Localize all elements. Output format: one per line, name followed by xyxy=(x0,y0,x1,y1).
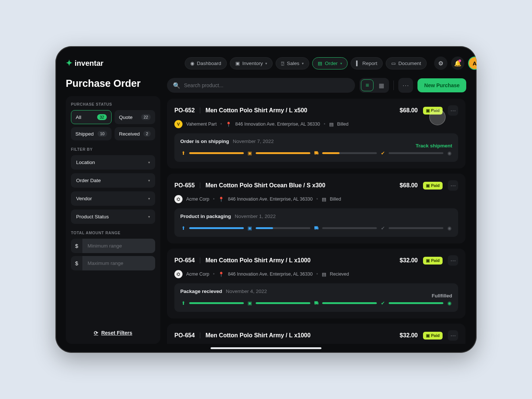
row-more-button[interactable]: ⋯ xyxy=(448,330,458,341)
vendor-name: Vahement Part xyxy=(186,122,216,127)
nav: ◉ Dashboard ▣ Inventory ▾ ⍰ Sales ▾ ▤ Or… xyxy=(185,57,427,69)
chip-count: 10 xyxy=(98,131,107,137)
grid-view-button[interactable]: ▦ xyxy=(375,79,388,91)
body: Purchase Order PURCHASE STATUS All 32 Qu… xyxy=(66,78,466,344)
check-icon: ▣ xyxy=(426,183,430,188)
more-button[interactable]: ⋯ xyxy=(398,78,413,93)
notifications-button[interactable]: 🔔 xyxy=(451,57,464,70)
step-icon: ⬆ xyxy=(180,225,186,231)
status-heading: PURCHASE STATUS xyxy=(71,102,155,106)
chart-icon: ▍ xyxy=(356,61,360,66)
pin-icon: 📍 xyxy=(218,272,224,277)
nav-sales[interactable]: ⍰ Sales ▾ xyxy=(276,57,309,69)
vendor-badge: V xyxy=(174,120,183,128)
order-id: PO-655 xyxy=(174,182,195,189)
step-icon: ⛟ xyxy=(313,225,319,231)
status-shipped[interactable]: Shipped 10 xyxy=(71,127,112,140)
divider xyxy=(200,108,200,113)
step-icon: ▣ xyxy=(247,225,253,231)
new-purchase-button[interactable]: New Purchase xyxy=(417,78,466,92)
grid-icon: ▦ xyxy=(379,82,384,89)
avatar[interactable]: A xyxy=(468,57,477,70)
nav-document[interactable]: ▭ Document xyxy=(386,57,427,69)
chevron-down-icon: ▾ xyxy=(302,61,304,65)
order-title: Men Cotton Polo Shirt Army / L x1000 xyxy=(205,332,395,339)
nav-dashboard[interactable]: ◉ Dashboard xyxy=(185,57,227,69)
order-price: $68.00 xyxy=(400,107,418,114)
nav-label: Document xyxy=(398,61,421,66)
order-title: Men Cotton Polo Shirt Army / L x500 xyxy=(205,107,395,114)
more-icon: ⋯ xyxy=(402,81,409,89)
logo-text: inventar xyxy=(75,59,103,68)
list-icon: ≡ xyxy=(366,82,369,89)
vendor-name: Acme Corp xyxy=(186,272,209,277)
row-more-button[interactable]: ⋯ xyxy=(448,180,458,191)
list-view-button[interactable]: ≡ xyxy=(361,79,374,91)
row-more-button[interactable]: ⋯ xyxy=(448,105,458,116)
nav-label: Sales xyxy=(287,61,299,66)
progress-bar xyxy=(256,227,310,229)
page-title: Purchase Order xyxy=(66,78,160,89)
home-indicator xyxy=(211,347,321,349)
ship-date: November 4, 2022 xyxy=(226,289,267,294)
chevron-down-icon: ▾ xyxy=(148,215,150,219)
min-range-row: $ xyxy=(71,239,155,253)
order-card: PO-654 Men Cotton Polo Shirt Army / L x1… xyxy=(167,249,466,318)
doc-icon: ▤ xyxy=(322,272,326,277)
step-icon: ▣ xyxy=(247,150,253,156)
search-input[interactable] xyxy=(184,82,349,88)
vendor-badge: ⌬ xyxy=(174,195,183,203)
chip-count: 22 xyxy=(141,114,151,120)
step-icon: ✔ xyxy=(380,300,386,306)
range-heading: TOTAL AMOUNT RANGE xyxy=(71,231,155,235)
nav-report[interactable]: ▍ Report xyxy=(351,57,383,69)
progress: ⬆▣⛟✔◉ xyxy=(180,150,452,156)
filter-heading: FILTER BY xyxy=(71,147,155,151)
sidebar: Purchase Order PURCHASE STATUS All 32 Qu… xyxy=(66,78,160,344)
min-range-input[interactable] xyxy=(82,239,155,253)
nav-order[interactable]: ▤ Order ▾ xyxy=(312,57,348,69)
progress-bar xyxy=(256,302,310,304)
step-icon: ✔ xyxy=(380,150,386,156)
max-range-input[interactable] xyxy=(82,256,155,270)
chip-label: Shipped xyxy=(75,131,94,137)
filter-vendor[interactable]: Vendor▾ xyxy=(71,191,155,206)
progress-bar xyxy=(322,302,377,304)
search[interactable]: 🔍 xyxy=(167,78,355,93)
status-quote[interactable]: Quote 22 xyxy=(115,110,155,124)
order-address: 846 Innovation Ave. Enterprise, AL 36330 xyxy=(228,197,313,202)
chevron-down-icon: ▾ xyxy=(148,197,150,201)
chevron-down-icon: ▾ xyxy=(340,61,342,65)
status-all[interactable]: All 32 xyxy=(71,110,112,124)
vendor-badge: ⌬ xyxy=(174,270,183,278)
box-icon: ▣ xyxy=(235,61,240,66)
check-icon: ▣ xyxy=(426,108,430,113)
ship-status: Product in packaging xyxy=(180,214,231,219)
reset-filters[interactable]: ⟳ Reset Filters xyxy=(71,325,155,338)
done-icon: ◉ xyxy=(446,225,452,231)
chip-label: Quote xyxy=(119,115,133,120)
track-shipment[interactable]: Track shipment xyxy=(416,143,452,149)
filter-order-date[interactable]: Order Date▾ xyxy=(71,173,155,188)
nav-inventory[interactable]: ▣ Inventory ▾ xyxy=(230,57,273,69)
chip-count: 2 xyxy=(143,131,151,137)
refresh-icon: ⟳ xyxy=(94,330,98,336)
settings-button[interactable]: ⚙ xyxy=(434,57,447,70)
chip-label: Received xyxy=(119,131,140,137)
divider xyxy=(393,81,394,90)
vendor-name: Acme Corp xyxy=(186,197,209,202)
orders-list[interactable]: PO-652 Men Cotton Polo Shirt Army / L x5… xyxy=(167,99,466,344)
filter-product-status[interactable]: Product Status▾ xyxy=(71,209,155,224)
bill-status: Billed xyxy=(330,197,341,202)
progress-bar xyxy=(256,152,310,154)
clipboard-icon: ▤ xyxy=(318,61,322,66)
divider xyxy=(200,183,200,188)
paid-badge: ▣Paid xyxy=(423,332,443,340)
filter-location[interactable]: Location▾ xyxy=(71,155,155,170)
logo[interactable]: ✦ inventar xyxy=(66,58,103,68)
check-icon: ▣ xyxy=(426,333,430,338)
status-received[interactable]: Received 2 xyxy=(115,127,155,140)
row-more-button[interactable]: ⋯ xyxy=(448,255,458,266)
shipment-panel: Product in packaging November 1, 2022 ⬆▣… xyxy=(174,208,458,237)
dd-label: Product Status xyxy=(76,214,109,219)
